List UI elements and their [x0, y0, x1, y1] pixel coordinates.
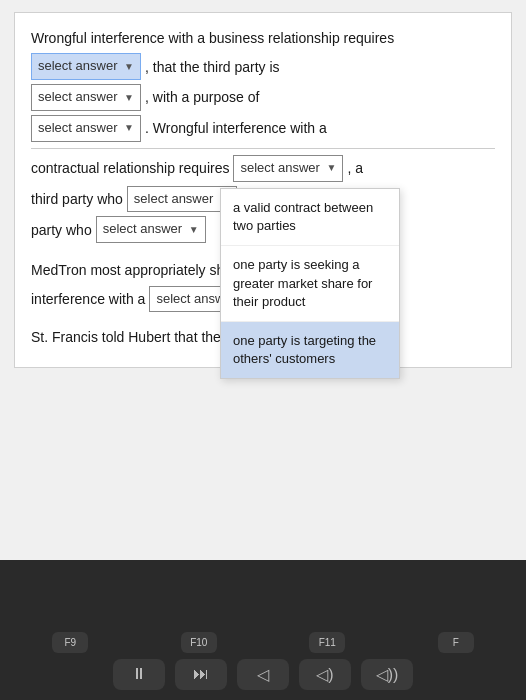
f11-label: F11: [317, 637, 337, 648]
select-3-label: select answer: [38, 118, 117, 139]
vol-up-key[interactable]: ◁)): [361, 659, 413, 690]
dropdown-item-2[interactable]: one party is seeking a greater market sh…: [221, 246, 399, 322]
line7-prefix: party who: [31, 219, 92, 241]
line5-suffix: , a: [347, 157, 363, 179]
select-1[interactable]: select answer ▼: [31, 53, 141, 80]
line-4: select answer ▼ . Wrongful interference …: [31, 115, 495, 142]
divider: [31, 148, 495, 149]
f10-label: F10: [189, 637, 209, 648]
select-6-label: select answer: [103, 219, 182, 240]
line3-suffix: , with a purpose of: [145, 86, 259, 108]
rewind-key[interactable]: ◁: [237, 659, 289, 690]
select-6[interactable]: select answer ▼: [96, 216, 206, 243]
f9-label: F9: [60, 637, 80, 648]
line5-prefix: contractual relationship requires: [31, 157, 229, 179]
f-last-label: F: [446, 637, 466, 648]
dropdown-item-2-text: one party is seeking a greater market sh…: [233, 257, 372, 308]
select-3-arrow: ▼: [124, 120, 134, 136]
dropdown-menu: a valid contract between two parties one…: [220, 188, 400, 379]
line-1: Wrongful interference with a business re…: [31, 27, 495, 49]
medtron-text: MedTron most appropriately shou: [31, 259, 240, 281]
line-5: contractual relationship requires select…: [31, 155, 495, 182]
line1-text: Wrongful interference with a business re…: [31, 27, 394, 49]
select-1-label: select answer: [38, 56, 117, 77]
select-1-arrow: ▼: [124, 59, 134, 75]
vol-down-icon: ◁): [316, 666, 333, 683]
stfrancis-text: St. Francis told Hubert that the con: [31, 326, 247, 348]
dropdown-item-3[interactable]: one party is targeting the others' custo…: [221, 322, 399, 378]
play-pause-key[interactable]: ⏸: [113, 659, 165, 690]
screen-content: Wrongful interference with a business re…: [0, 0, 526, 560]
vol-up-icon: ◁)): [376, 666, 399, 683]
f9-key[interactable]: F9: [52, 632, 88, 653]
select-3[interactable]: select answer ▼: [31, 115, 141, 142]
f-last-key[interactable]: F: [438, 632, 474, 653]
line-3: select answer ▼ , with a purpose of: [31, 84, 495, 111]
keyboard-area: F9 F10 F11 F ⏸ ⏭ ◁ ◁) ◁)): [0, 560, 526, 700]
dropdown-item-1[interactable]: a valid contract between two parties: [221, 189, 399, 246]
select-2-arrow: ▼: [124, 90, 134, 106]
select-6-arrow: ▼: [189, 222, 199, 238]
line-2: select answer ▼ , that the third party i…: [31, 53, 495, 80]
select-4[interactable]: select answer ▼: [233, 155, 343, 182]
interference-text: interference with a: [31, 288, 145, 310]
select-2-label: select answer: [38, 87, 117, 108]
line6-prefix: third party who: [31, 188, 123, 210]
dropdown-item-3-text: one party is targeting the others' custo…: [233, 333, 376, 366]
play-pause-icon: ⏸: [131, 665, 147, 682]
f10-key[interactable]: F10: [181, 632, 217, 653]
media-key-row: ⏸ ⏭ ◁ ◁) ◁)): [103, 659, 423, 690]
fast-forward-icon: ⏭: [193, 665, 209, 682]
line2-suffix: , that the third party is: [145, 56, 280, 78]
vol-down-key[interactable]: ◁): [299, 659, 351, 690]
line4-suffix: . Wrongful interference with a: [145, 117, 327, 139]
fast-forward-key[interactable]: ⏭: [175, 659, 227, 690]
f11-key[interactable]: F11: [309, 632, 345, 653]
select-4-arrow: ▼: [327, 160, 337, 176]
fn-key-row: F9 F10 F11 F: [0, 632, 526, 653]
select-2[interactable]: select answer ▼: [31, 84, 141, 111]
rewind-icon: ◁: [257, 666, 269, 683]
select-5-label: select answer: [134, 189, 213, 210]
document-area: Wrongful interference with a business re…: [14, 12, 512, 368]
select-4-label: select answer: [240, 158, 319, 179]
